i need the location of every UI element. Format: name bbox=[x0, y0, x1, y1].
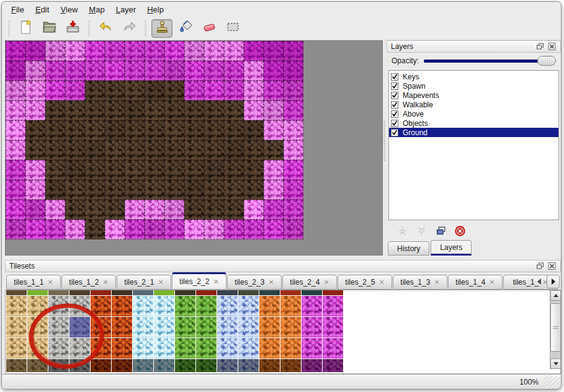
delete-layer-button[interactable] bbox=[453, 224, 467, 238]
tileset-tile-edge[interactable] bbox=[280, 290, 301, 295]
map-tile[interactable] bbox=[164, 140, 184, 160]
map-tile[interactable] bbox=[164, 81, 184, 100]
layer-row-ground[interactable]: Ground bbox=[389, 128, 558, 137]
map-tile[interactable] bbox=[224, 120, 244, 140]
map-tile[interactable] bbox=[65, 61, 85, 81]
map-tile[interactable] bbox=[65, 41, 85, 61]
map-tile[interactable] bbox=[204, 61, 224, 81]
tileset-tile-edge[interactable] bbox=[69, 290, 90, 295]
map-tile[interactable] bbox=[145, 61, 164, 81]
map-tile[interactable] bbox=[125, 180, 145, 200]
close-tab-icon[interactable]: ✕ bbox=[47, 278, 53, 287]
map-tile[interactable] bbox=[284, 180, 303, 200]
map-tile[interactable] bbox=[25, 160, 45, 180]
save-file-button[interactable] bbox=[62, 19, 83, 38]
map-tile[interactable] bbox=[284, 61, 303, 81]
tileset-tile[interactable] bbox=[48, 338, 69, 359]
layer-row-spawn[interactable]: Spawn bbox=[389, 81, 558, 91]
layer-row-walkable[interactable]: Walkable bbox=[389, 100, 558, 109]
tileset-tile[interactable] bbox=[91, 338, 111, 359]
map-tile[interactable] bbox=[65, 120, 85, 140]
stamp-tool-button[interactable] bbox=[151, 19, 172, 38]
close-tab-icon[interactable]: ✕ bbox=[102, 278, 108, 287]
layer-visibility-checkbox[interactable] bbox=[391, 129, 398, 136]
undo-button[interactable] bbox=[95, 19, 116, 38]
tileset-tile[interactable] bbox=[196, 317, 217, 337]
map-tile[interactable] bbox=[25, 140, 45, 160]
map-tile[interactable] bbox=[25, 100, 45, 120]
tileset-tile[interactable] bbox=[27, 338, 48, 359]
close-tab-icon[interactable]: ✕ bbox=[434, 278, 439, 287]
map-tile[interactable] bbox=[6, 160, 25, 180]
redo-button[interactable] bbox=[119, 19, 140, 38]
tileset-tile[interactable] bbox=[280, 338, 301, 359]
tileset-tile[interactable] bbox=[302, 317, 322, 337]
close-panel-icon[interactable] bbox=[547, 262, 557, 270]
map-tile[interactable] bbox=[6, 100, 25, 120]
map-tile[interactable] bbox=[6, 120, 25, 140]
tileset-tile[interactable] bbox=[259, 317, 280, 337]
map-tile[interactable] bbox=[264, 120, 284, 140]
tileset-tile[interactable] bbox=[196, 296, 217, 316]
tileset-tile[interactable] bbox=[175, 317, 195, 337]
map-tile[interactable] bbox=[164, 220, 184, 239]
map-tile[interactable] bbox=[264, 61, 284, 81]
tileset-tile[interactable] bbox=[175, 359, 195, 372]
tileset-tile-edge[interactable] bbox=[154, 290, 174, 295]
map-tile[interactable] bbox=[25, 61, 45, 81]
map-tile[interactable] bbox=[105, 81, 125, 100]
tileset-tab-tiles_2_4[interactable]: tiles_2_4✕ bbox=[282, 275, 337, 290]
tileset-tile[interactable] bbox=[91, 296, 111, 316]
map-tile[interactable] bbox=[224, 200, 244, 220]
map-tile[interactable] bbox=[65, 220, 85, 239]
map-tile[interactable] bbox=[6, 61, 25, 81]
map-tile[interactable] bbox=[164, 100, 184, 120]
map-tile[interactable] bbox=[145, 140, 164, 160]
tileset-tile[interactable] bbox=[6, 338, 27, 359]
tileset-tile[interactable] bbox=[133, 338, 153, 359]
map-tile[interactable] bbox=[224, 41, 244, 61]
tileset-tile[interactable] bbox=[217, 359, 238, 372]
tileset-tile-edge[interactable] bbox=[133, 290, 153, 295]
tileset-tile[interactable] bbox=[27, 296, 48, 316]
map-tile[interactable] bbox=[85, 220, 105, 239]
close-tab-icon[interactable]: ✕ bbox=[323, 278, 329, 287]
move-layer-up-button[interactable] bbox=[395, 224, 409, 238]
map-tile[interactable] bbox=[184, 61, 204, 81]
map-tile[interactable] bbox=[145, 160, 164, 180]
tileset-tile-edge[interactable] bbox=[259, 290, 280, 295]
layer-row-objects[interactable]: Objects bbox=[389, 118, 558, 128]
tileset-tile-edge[interactable] bbox=[48, 290, 69, 295]
tileset-tile[interactable] bbox=[69, 317, 90, 337]
map-tile[interactable] bbox=[164, 120, 184, 140]
tileset-tab-tiles_1_1[interactable]: tiles_1_1✕ bbox=[6, 275, 61, 290]
tileset-tile-edge[interactable] bbox=[323, 290, 343, 295]
tileset-tile[interactable] bbox=[280, 296, 301, 316]
map-tile[interactable] bbox=[184, 200, 204, 220]
map-tile[interactable] bbox=[184, 220, 204, 239]
map-tile[interactable] bbox=[6, 200, 25, 220]
map-tile[interactable] bbox=[204, 120, 224, 140]
tileset-tile[interactable] bbox=[69, 359, 90, 372]
map-tile[interactable] bbox=[204, 160, 224, 180]
map-tile[interactable] bbox=[244, 100, 264, 120]
close-tab-icon[interactable]: ✕ bbox=[268, 278, 274, 287]
map-tile[interactable] bbox=[264, 220, 284, 239]
tileset-tab-tiles_1_3[interactable]: tiles_1_3✕ bbox=[393, 275, 447, 290]
map-tile[interactable] bbox=[284, 41, 303, 61]
map-tile[interactable] bbox=[45, 200, 65, 220]
map-tile[interactable] bbox=[284, 200, 303, 220]
map-tile[interactable] bbox=[85, 81, 105, 100]
fill-tool-button[interactable] bbox=[175, 19, 196, 38]
opacity-slider[interactable] bbox=[424, 56, 556, 66]
map-tile[interactable] bbox=[164, 200, 184, 220]
tileset-tile[interactable] bbox=[154, 296, 174, 316]
map-tile[interactable] bbox=[6, 220, 25, 239]
tileset-tab-tiles_1_4[interactable]: tiles_1_4✕ bbox=[448, 275, 503, 290]
map-tile[interactable] bbox=[244, 120, 264, 140]
map-tile[interactable] bbox=[145, 200, 164, 220]
map-tile[interactable] bbox=[244, 220, 264, 239]
map-tile[interactable] bbox=[184, 120, 204, 140]
tileset-tile[interactable] bbox=[6, 359, 27, 372]
tileset-tile[interactable] bbox=[69, 338, 90, 359]
